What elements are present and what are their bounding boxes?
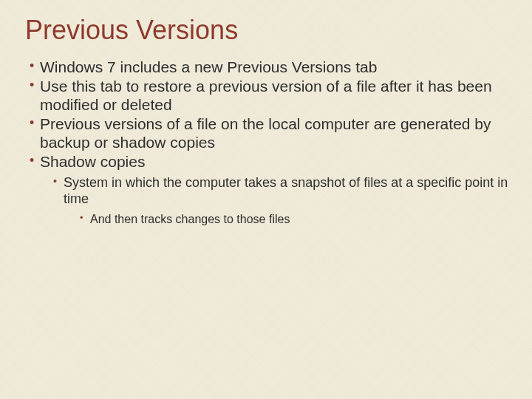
bullet-list-level-3: And then tracks changes to those files	[64, 212, 510, 228]
bullet-text: And then tracks changes to those files	[90, 213, 290, 225]
bullet-text: Use this tab to restore a previous versi…	[40, 78, 492, 114]
bullet-text: Shadow copies	[40, 153, 145, 170]
list-item: Use this tab to restore a previous versi…	[30, 77, 510, 115]
list-item: Shadow copies System in which the comput…	[30, 152, 510, 227]
bullet-text: Previous versions of a file on the local…	[40, 115, 491, 151]
bullet-text: Windows 7 includes a new Previous Versio…	[40, 58, 377, 75]
bullet-list-level-1: Windows 7 includes a new Previous Versio…	[25, 58, 510, 227]
list-item: Previous versions of a file on the local…	[30, 115, 510, 152]
list-item: And then tracks changes to those files	[80, 212, 510, 228]
slide-title: Previous Versions	[25, 15, 510, 46]
bullet-list-level-2: System in which the computer takes a sna…	[40, 174, 510, 228]
list-item: System in which the computer takes a sna…	[53, 174, 510, 228]
bullet-text: System in which the computer takes a sna…	[64, 175, 508, 207]
list-item: Windows 7 includes a new Previous Versio…	[30, 58, 510, 77]
